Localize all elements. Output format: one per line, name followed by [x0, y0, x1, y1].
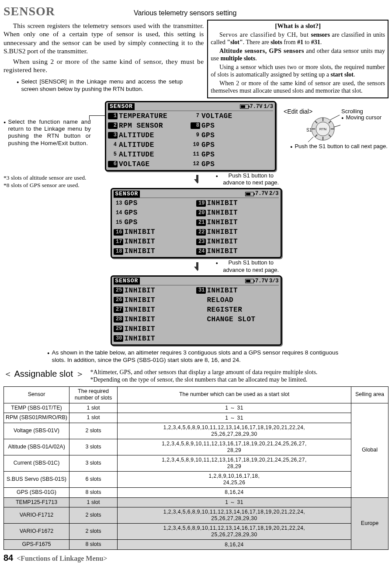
sensor-slot-row[interactable]: 2RPM SENSOR [108, 121, 191, 131]
sensor-slot-row[interactable]: CHANGE SLOT [196, 315, 279, 324]
sensor-slot-row[interactable]: 27INHIBIT [114, 305, 196, 315]
slot-label: ALTITUDE [118, 131, 154, 140]
step-select-sensor: Select [SENSOR] in the Linkage menu and … [17, 78, 183, 93]
screen-title[interactable]: SENSOR [114, 278, 140, 285]
cell-required-slots: 6 slots [69, 472, 118, 488]
cell-required-slots: 8 slots [69, 540, 118, 550]
slot-box-p2: Altitude sensors, GPS sensors and other … [211, 47, 385, 63]
sensor-slot-row[interactable]: 8GPS [191, 121, 273, 131]
sensor-slot-row[interactable]: 17INHIBIT [114, 237, 196, 247]
sensor-slot-row[interactable]: 12GPS [191, 160, 273, 169]
assignable-slot-table: Sensor The required number of slots The … [3, 386, 389, 550]
th-required-slots: The required number of slots [69, 386, 118, 403]
svg-text:S1: S1 [306, 128, 312, 132]
sensor-slot-row[interactable]: 4ALTITUDE [108, 140, 191, 150]
edit-dial-icon: RTN S1 [305, 115, 340, 143]
slot-number: 29 [114, 326, 123, 332]
cell-required-slots: 3 slots [69, 439, 118, 455]
sensor-slot-row[interactable]: REGISTER [196, 305, 279, 315]
annot-return-to-linkage: Select the function name and return to t… [3, 118, 91, 147]
slot-label: GPS [200, 122, 215, 130]
sensor-slot-row[interactable]: 23INHIBIT [196, 237, 279, 247]
slot-number: 16 [114, 229, 123, 236]
slot-number: 2 [108, 122, 118, 129]
slot-label: INHIBIT [206, 199, 238, 208]
cell-required-slots: 2 slots [69, 423, 118, 439]
footnote-slots-used: *3 slots of altitude sensor are used. *8… [3, 174, 86, 189]
sensor-slot-row[interactable]: 14GPS [114, 208, 196, 218]
screen-title[interactable]: SENSOR [114, 191, 140, 198]
slot-label: INHIBIT [123, 315, 156, 324]
sensor-slot-row[interactable]: 29INHIBIT [114, 324, 196, 334]
sensor-slot-row[interactable]: 5ALTITUDE [108, 150, 191, 160]
sensor-slot-row[interactable]: 13GPS [114, 198, 196, 208]
slot-label: GPS [200, 160, 215, 169]
page-subtitle: Various telemetry sensors setting [134, 9, 236, 17]
slot-label: INHIBIT [123, 247, 156, 256]
slot-number: 14 [114, 210, 123, 216]
sensor-slot-row[interactable]: 9GPS [191, 131, 273, 140]
sensor-slot-row[interactable]: 25INHIBIT [114, 286, 196, 295]
cell-required-slots: 1 slot [69, 403, 118, 413]
sensor-slot-row[interactable]: 7VOLTAGE [191, 111, 273, 121]
intro-paragraph-1: This screen registers the telemetry sens… [3, 21, 204, 56]
slot-label: INHIBIT [206, 218, 238, 227]
slot-number: 5 [108, 151, 118, 158]
sensor-slot-row[interactable]: RELOAD [196, 295, 279, 305]
slot-number: 26 [114, 297, 123, 303]
sensor-slot-row[interactable]: 6VOLTAGE [108, 160, 191, 169]
svg-line-13 [333, 125, 340, 127]
sensor-slot-row[interactable]: 30INHIBIT [114, 334, 196, 344]
battery-icon [245, 279, 254, 283]
slot-label: GPS [123, 208, 138, 217]
table-row: Current (SBS-01C)3 slots1,2,3,4,5,8,9,10… [4, 455, 389, 472]
screen-title[interactable]: SENSOR [108, 103, 135, 110]
slot-label: INHIBIT [123, 296, 156, 305]
slot-number: 21 [196, 219, 206, 226]
edit-dial-label: <Edit dial> [284, 108, 312, 116]
cell-start-slots: 1,2,3,4,5,6,8,9,10,11,12,13,14,16,17,18,… [118, 524, 351, 540]
slot-label: RPM SENSOR [118, 122, 163, 130]
th-start-slot: The number which can be used as a start … [118, 386, 351, 403]
sensor-slot-row[interactable]: 16INHIBIT [114, 227, 196, 237]
sensor-slot-row[interactable]: 21INHIBIT [196, 218, 279, 227]
sensor-slot-row[interactable]: 26INHIBIT [114, 295, 196, 305]
slot-number: 12 [191, 161, 200, 167]
slot-number: 13 [114, 200, 123, 207]
slot-label: GPS [200, 150, 215, 159]
cell-sensor: TEMP (SBS-01T/TE) [4, 403, 69, 413]
sensor-slot-row[interactable]: 10GPS [191, 140, 273, 150]
slot-label: INHIBIT [206, 228, 238, 236]
sensor-slot-row[interactable]: 3ALTITUDE [108, 131, 191, 140]
sensor-slot-row[interactable]: 28INHIBIT [114, 315, 196, 324]
sensor-slot-row[interactable]: 18INHIBIT [114, 247, 196, 256]
sensor-slot-row[interactable]: 19INHIBIT [196, 198, 279, 208]
slot-number: 6 [108, 161, 118, 167]
sensor-slot-row[interactable]: 31INHIBIT [196, 286, 279, 295]
sensor-slot-row[interactable]: 11GPS [191, 150, 273, 160]
slot-label: CHANGE SLOT [206, 315, 256, 324]
cell-sensor: RPM (SBS01RM/RO/RB) [4, 413, 69, 423]
slot-number: 25 [114, 287, 123, 294]
down-arrow-icon [194, 175, 198, 184]
slot-number: 9 [191, 132, 200, 139]
slot-number: 17 [114, 239, 123, 245]
slot-label: GPS [200, 141, 215, 149]
sensor-slot-row[interactable]: 24INHIBIT [196, 247, 279, 256]
sensor-slot-row[interactable]: 20INHIBIT [196, 208, 279, 218]
cell-start-slots: 1,2,3,4,5,8,9,10,11,12,13,16,17,18,19,20… [118, 455, 351, 472]
cell-start-slots: 8,16,24 [118, 540, 351, 550]
sensor-slot-row[interactable]: 15GPS [114, 218, 196, 227]
sensor-slot-row[interactable]: 1TEMPERATURE [108, 111, 191, 121]
cell-start-slots: 1,2,3,4,5,6,8,9,10,11,12,13,14,16,17,18,… [118, 507, 351, 524]
sensor-slot-row[interactable]: 22INHIBIT [196, 227, 279, 237]
cell-selling-area: Global [351, 403, 389, 497]
th-selling-area: Selling area [351, 386, 389, 403]
slot-label: INHIBIT [123, 228, 156, 236]
cell-start-slots: 1 ～ 31 [118, 403, 351, 413]
slot-number: 19 [196, 200, 206, 207]
down-arrow-icon [194, 262, 198, 271]
cell-start-slots: 1,2,3,4,5,6,8,9,10,11,12,13,14,16,17,18,… [118, 423, 351, 439]
slot-number: 30 [114, 335, 123, 342]
table-caption: As shown in the table below, an altimete… [47, 349, 353, 364]
